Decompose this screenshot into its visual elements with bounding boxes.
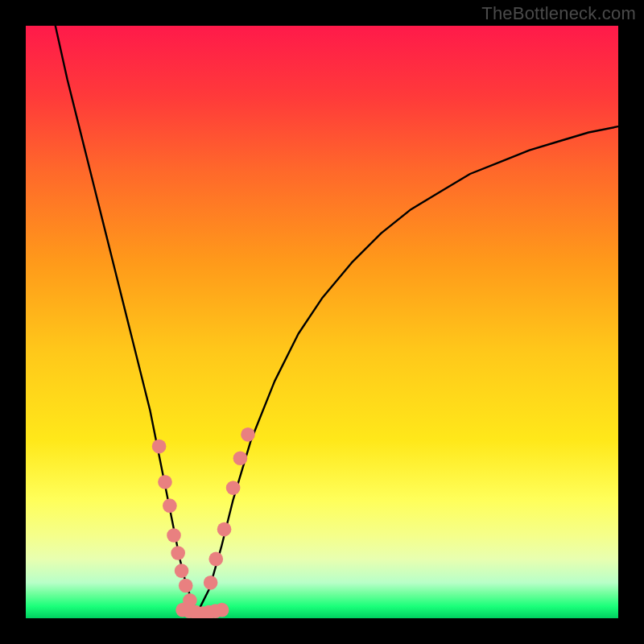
marker-dot — [202, 605, 217, 618]
marker-dot — [171, 546, 185, 560]
marker-dot — [208, 552, 223, 567]
marker-dot — [152, 440, 167, 454]
marker-dot — [196, 606, 210, 618]
marker-dot — [183, 593, 197, 608]
marker-dot — [233, 451, 248, 465]
marker-dot — [241, 427, 255, 442]
marker-dot — [217, 522, 232, 537]
marker-dot — [175, 603, 190, 617]
marker-dot — [215, 603, 229, 617]
markers-group — [152, 427, 255, 618]
chart-frame: TheBottleneck.com — [0, 0, 644, 644]
marker-dot — [167, 528, 181, 543]
marker-dot — [182, 604, 196, 618]
curve-left-curve — [56, 26, 198, 613]
marker-dot — [163, 498, 177, 513]
curve-right-curve — [197, 126, 618, 613]
marker-dot — [208, 604, 223, 618]
chart-svg — [26, 26, 618, 618]
marker-dot — [175, 564, 189, 578]
marker-dot — [179, 579, 193, 593]
curves-group — [56, 26, 618, 613]
marker-dot — [158, 475, 172, 489]
marker-dot — [204, 576, 218, 590]
marker-dot — [226, 481, 241, 495]
watermark-label: TheBottleneck.com — [481, 3, 636, 24]
plot-area — [26, 26, 618, 618]
marker-dot — [188, 605, 203, 618]
